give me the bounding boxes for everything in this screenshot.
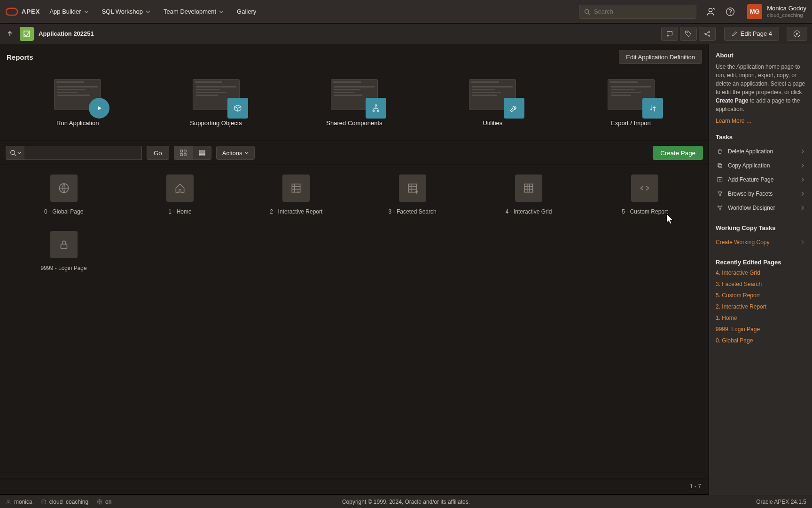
nav-gallery[interactable]: Gallery (237, 8, 256, 15)
grid-footer: 1 - 7 (0, 478, 709, 495)
tag-button[interactable] (680, 27, 697, 41)
task-item[interactable]: Add Feature Page (716, 173, 805, 187)
svg-rect-0 (6, 8, 17, 15)
search-icon (10, 150, 16, 156)
user-block[interactable]: MG Monica Godoy cloud_coaching (747, 4, 806, 19)
list-view-button[interactable] (193, 146, 211, 160)
trash-icon (717, 148, 723, 155)
copy-icon (717, 162, 723, 169)
card-utilities[interactable]: Utilities (445, 79, 539, 127)
user-workspace: cloud_coaching (767, 12, 806, 18)
svg-rect-20 (199, 151, 205, 152)
footer-lang[interactable]: en (97, 499, 111, 505)
page-item[interactable]: 4 - Interactive Grid (470, 175, 586, 231)
page-label: 0 - Global Page (44, 208, 83, 215)
learn-more-link[interactable]: Learn More … (716, 118, 752, 124)
main: Reports Edit Application Definition Run … (0, 44, 709, 495)
import-export-icon (642, 98, 663, 119)
recent-page-link[interactable]: 4. Interactive Grid (716, 270, 805, 276)
box-icon (227, 98, 248, 119)
svg-rect-17 (184, 150, 186, 152)
play-icon (89, 98, 109, 119)
recent-page-link[interactable]: 5. Custom Report (716, 292, 805, 299)
tasks-heading: Tasks (716, 134, 805, 141)
page-item[interactable]: 3 - Faceted Search (354, 175, 470, 231)
user-name: Monica Godoy (767, 5, 806, 12)
svg-point-13 (377, 110, 379, 111)
working-copy-heading: Working Copy Tasks (716, 224, 805, 231)
admin-icon[interactable] (704, 5, 717, 18)
page-label: 1 - Home (168, 208, 191, 215)
nav-sql-workshop[interactable]: SQL Workshop (102, 8, 150, 15)
search-filter-button[interactable] (6, 146, 24, 160)
comments-button[interactable] (661, 27, 678, 41)
task-item[interactable]: Browse by Facets (716, 187, 805, 201)
workflow-icon (717, 205, 723, 211)
svg-rect-19 (184, 154, 186, 156)
sidebar: About Use the Application home page to r… (709, 44, 812, 495)
logo[interactable]: APEX (6, 6, 40, 18)
global-search[interactable] (579, 5, 696, 19)
card-supporting-objects[interactable]: Supporting Objects (169, 79, 263, 127)
about-heading: About (716, 52, 805, 59)
task-item[interactable]: Workflow Designer (716, 201, 805, 215)
page-item[interactable]: 2 - Interactive Report (238, 175, 354, 231)
task-item[interactable]: Delete Application (716, 144, 805, 159)
facet-icon (399, 175, 426, 202)
svg-rect-22 (199, 155, 205, 156)
card-shared-components[interactable]: Shared Components (307, 79, 401, 127)
create-working-copy-link[interactable]: Create Working Copy (716, 235, 805, 249)
recent-page-link[interactable]: 3. Faceted Search (716, 281, 805, 287)
up-button[interactable] (5, 29, 15, 39)
svg-point-11 (375, 105, 376, 106)
card-run-application[interactable]: Run Application (31, 79, 125, 127)
chevron-right-icon (801, 163, 804, 168)
ireport-icon (282, 175, 310, 202)
edit-page-button[interactable]: Edit Page 4 (724, 27, 779, 41)
chevron-down-icon (84, 9, 89, 14)
recent-page-link[interactable]: 9999. Login Page (716, 326, 805, 333)
topbar: APEX App Builder SQL Workshop Team Devel… (0, 0, 812, 24)
page-label: 4 - Interactive Grid (506, 208, 552, 215)
run-button[interactable] (787, 27, 807, 41)
footer-user[interactable]: monica (6, 499, 32, 505)
nav-team-dev[interactable]: Team Development (164, 8, 224, 15)
chevron-down-icon (245, 151, 249, 155)
page-item[interactable]: 0 - Global Page (6, 175, 122, 231)
page-item[interactable]: 1 - Home (122, 175, 238, 231)
share-button[interactable] (699, 27, 716, 41)
chevron-right-icon (801, 191, 804, 196)
search-input[interactable] (594, 8, 691, 15)
grid-view-button[interactable] (174, 146, 193, 160)
code-icon (631, 175, 658, 202)
page-item[interactable]: 9999 - Login Page (6, 231, 122, 287)
nav-menu: App Builder SQL Workshop Team Developmen… (49, 8, 256, 15)
card-export-import[interactable]: Export / Import (584, 79, 678, 127)
edit-app-definition-button[interactable]: Edit Application Definition (619, 50, 702, 64)
nav-app-builder[interactable]: App Builder (49, 8, 88, 15)
svg-point-33 (719, 209, 720, 210)
recent-page-link[interactable]: 0. Global Page (716, 337, 805, 344)
chevron-right-icon (801, 177, 804, 182)
help-icon[interactable] (724, 5, 737, 18)
page-label: 5 - Custom Report (622, 208, 668, 215)
wrench-icon (504, 98, 524, 119)
svg-point-3 (709, 8, 712, 11)
chevron-right-icon (801, 240, 804, 245)
chevron-down-icon (17, 151, 21, 155)
recent-page-link[interactable]: 2. Interactive Report (716, 303, 805, 310)
edit-icon (731, 31, 738, 37)
create-page-button[interactable]: Create Page (653, 146, 703, 160)
go-button[interactable]: Go (147, 146, 169, 160)
recent-page-link[interactable]: 1. Home (716, 315, 805, 321)
svg-line-2 (588, 13, 590, 14)
grid-icon (515, 175, 542, 202)
page-title: Reports (7, 53, 33, 61)
page-item[interactable]: 5 - Custom Report (587, 175, 703, 231)
page-search-input[interactable] (24, 146, 142, 160)
task-item[interactable]: Copy Application (716, 159, 805, 173)
footer-workspace[interactable]: cloud_coaching (41, 499, 88, 505)
actions-button[interactable]: Actions (216, 146, 255, 160)
svg-rect-18 (180, 154, 182, 156)
svg-point-9 (708, 35, 710, 36)
